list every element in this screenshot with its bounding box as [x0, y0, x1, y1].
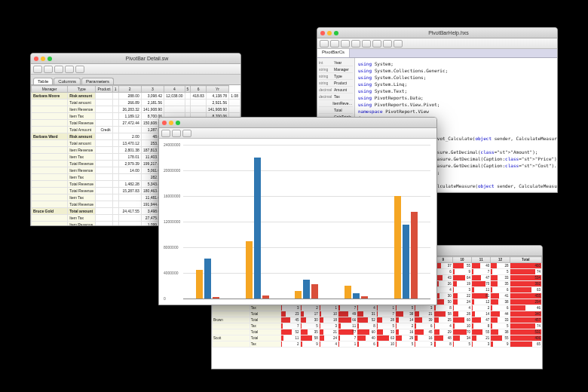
- ide-toolbar: [317, 38, 557, 49]
- x-tick-label: Secondarian Scott Jr: [240, 304, 274, 305]
- tool-button[interactable]: [383, 40, 392, 47]
- table-row[interactable]: Item Revenue26,283.32141,908.90141,908.9…: [32, 106, 240, 113]
- outline-item[interactable]: intYear: [319, 60, 353, 66]
- bar[interactable]: [311, 284, 318, 299]
- outline-item[interactable]: decimalTax: [319, 93, 353, 100]
- bar[interactable]: [411, 212, 418, 299]
- tab-table[interactable]: Table: [33, 78, 53, 84]
- tab-parameters[interactable]: Parameters: [81, 78, 114, 84]
- close-icon[interactable]: [320, 31, 325, 35]
- bar-group: [196, 259, 219, 299]
- bar[interactable]: [295, 291, 302, 299]
- bar-chart: 0400000080000001200000016000000200000002…: [162, 142, 433, 305]
- table-row[interactable]: Barbara MooreRisk amount288.003,098.4212…: [32, 93, 240, 100]
- outline-item[interactable]: ItemRevenue: [319, 100, 353, 107]
- window-title: PivotBar Detail.sw: [57, 56, 237, 61]
- chart-toolbar: [159, 128, 436, 139]
- minimize-icon[interactable]: [169, 121, 173, 125]
- tab-columns[interactable]: Columns: [54, 78, 81, 84]
- column-header[interactable]: Manager: [32, 86, 68, 93]
- tool-button[interactable]: [394, 40, 403, 47]
- x-tick-label: Sheeman Blake: [393, 304, 419, 305]
- column-header[interactable]: 4: [164, 86, 185, 93]
- x-tick-label: Barbara Moore: [195, 304, 220, 305]
- tool-button[interactable]: [362, 40, 371, 47]
- tool-button[interactable]: [341, 40, 350, 47]
- y-tick-label: 12000000: [164, 219, 180, 224]
- column-header[interactable]: 10: [452, 257, 471, 263]
- tool-button[interactable]: [172, 130, 181, 137]
- bar[interactable]: [403, 225, 409, 299]
- close-icon[interactable]: [34, 57, 38, 61]
- tool-button[interactable]: [372, 40, 381, 47]
- column-header[interactable]: 6: [191, 86, 206, 93]
- y-tick-label: 24000000: [164, 142, 180, 147]
- titlebar[interactable]: PivotBar Detail.sw: [31, 54, 240, 64]
- column-header[interactable]: Total: [510, 257, 541, 263]
- bar[interactable]: [254, 158, 261, 299]
- tool-button[interactable]: [33, 66, 42, 73]
- tool-button[interactable]: [65, 66, 74, 73]
- minimize-icon[interactable]: [41, 57, 45, 61]
- column-header[interactable]: Product: [96, 86, 112, 93]
- bar[interactable]: [262, 296, 269, 299]
- tool-button[interactable]: [54, 66, 63, 73]
- column-header[interactable]: 2: [118, 86, 141, 93]
- bar[interactable]: [246, 241, 253, 299]
- file-tab-strip: PivotBarCs: [317, 49, 557, 58]
- table-row[interactable]: ScottTotal11582474063291648342155406: [213, 335, 542, 341]
- zoom-icon[interactable]: [334, 31, 338, 35]
- column-header[interactable]: 3: [141, 86, 164, 93]
- tool-button[interactable]: [320, 40, 329, 47]
- outline-item[interactable]: Total: [319, 107, 353, 114]
- bar[interactable]: [196, 270, 203, 299]
- file-tab[interactable]: PivotBarCs: [317, 49, 350, 57]
- bar[interactable]: [204, 259, 211, 299]
- y-tick-label: 4000000: [164, 271, 178, 275]
- zoom-icon[interactable]: [47, 57, 52, 61]
- titlebar[interactable]: PivotBarHelp.hxs: [317, 28, 557, 38]
- toolbar: [31, 64, 240, 75]
- table-row[interactable]: Tax294161053853965: [213, 341, 542, 348]
- bar[interactable]: [394, 196, 401, 299]
- bar[interactable]: [213, 297, 219, 299]
- table-row[interactable]: Tax32174153842646: [213, 305, 542, 311]
- bar[interactable]: [353, 293, 360, 299]
- minimize-icon[interactable]: [327, 31, 332, 35]
- zoom-icon[interactable]: [176, 121, 180, 125]
- tool-button[interactable]: [351, 40, 360, 47]
- tool-button[interactable]: [161, 130, 170, 137]
- y-tick-label: 0: [164, 296, 166, 301]
- y-tick-label: 8000000: [164, 245, 178, 250]
- close-icon[interactable]: [162, 121, 167, 125]
- column-header[interactable]: Yr: [206, 86, 228, 93]
- outline-item[interactable]: stringType: [319, 73, 353, 80]
- tool-button[interactable]: [182, 130, 191, 137]
- table-row[interactable]: Total23171049317382158281444340: [213, 311, 542, 317]
- x-tick-label: Wang Jodie: [346, 304, 366, 305]
- outline-item[interactable]: stringManager: [319, 66, 353, 73]
- column-header[interactable]: 11: [472, 257, 491, 263]
- table-row[interactable]: Tax7531185264108574: [213, 323, 542, 329]
- bar[interactable]: [361, 296, 368, 299]
- tool-button[interactable]: [330, 40, 339, 47]
- column-header[interactable]: Type: [68, 86, 96, 93]
- column-header[interactable]: 1: [112, 86, 118, 93]
- titlebar[interactable]: [159, 118, 436, 128]
- chart-window: 0400000080000001200000016000000200000002…: [158, 117, 437, 305]
- tool-button[interactable]: [44, 66, 53, 73]
- outline-item[interactable]: decimalAmount: [319, 87, 353, 93]
- bar[interactable]: [303, 280, 310, 299]
- table-tabs: Table Columns Parameters: [31, 75, 240, 85]
- y-tick-label: 16000000: [164, 194, 180, 198]
- window-title: PivotBarHelp.hxs: [343, 30, 554, 35]
- bar-group: [345, 286, 368, 299]
- outline-item[interactable]: stringProduct: [319, 80, 353, 87]
- table-row[interactable]: Total amount266.892,181.562,921.56: [32, 100, 240, 106]
- table-row[interactable]: BrownTotal453018665228143925604733457: [213, 317, 542, 323]
- column-header[interactable]: 5: [185, 86, 191, 93]
- column-header[interactable]: 12: [491, 257, 510, 263]
- table-row[interactable]: Total523521776033164529705538531: [213, 329, 542, 335]
- tool-button[interactable]: [75, 66, 84, 73]
- bar[interactable]: [345, 286, 351, 299]
